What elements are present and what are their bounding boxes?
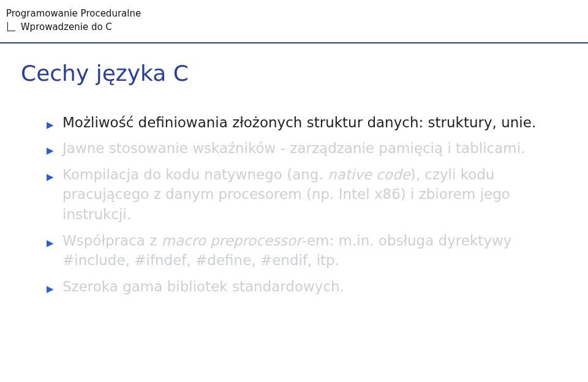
list-item-text: Jawne stosowanie wskaźników - zarządzani… [62, 140, 525, 156]
directive-keyword: #endif [260, 252, 307, 268]
list-item: ▶Jawne stosowanie wskaźników - zarządzan… [47, 138, 541, 159]
text-run: -em: m.in. obsługa dyrektywy [302, 233, 512, 249]
slide-title: Cechy języka C [0, 43, 588, 86]
list-item: ▶Szeroka gama bibliotek standardowych. [47, 277, 541, 297]
slide-header: Programowanie Proceduralne Wprowadzenie … [0, 0, 588, 34]
triangle-bullet-icon: ▶ [47, 119, 54, 132]
breadcrumb-level-1: Programowanie Proceduralne [6, 7, 582, 20]
breadcrumb-level-2: Wprowadzenie do C [21, 21, 112, 33]
directive-keyword: #define [195, 252, 251, 268]
triangle-bullet-icon: ▶ [47, 171, 54, 184]
list-item-text: Możliwość definiowania złożonych struktu… [62, 114, 536, 130]
italic-term: macro preprocessor [162, 233, 302, 249]
list-item: ▶Możliwość definiowania złożonych strukt… [47, 113, 541, 133]
text-run: Jawne stosowanie wskaźników - zarządzani… [62, 140, 525, 156]
triangle-bullet-icon: ▶ [47, 144, 54, 157]
text-run: Kompilacja do kodu natywnego (ang. [62, 167, 328, 182]
text-run: , [251, 252, 260, 268]
list-item-text: Szeroka gama bibliotek standardowych. [62, 279, 344, 294]
breadcrumb-row: Wprowadzenie do C [6, 21, 582, 33]
text-run: Szeroka gama bibliotek standardowych. [62, 279, 344, 294]
triangle-bullet-icon: ▶ [47, 283, 54, 296]
corner-glyph-icon [7, 22, 15, 31]
italic-term: native code [328, 167, 410, 182]
slide-body: ▶Możliwość definiowania złożonych strukt… [0, 86, 588, 297]
slide: Programowanie Proceduralne Wprowadzenie … [0, 0, 588, 382]
text-run: , itp. [307, 252, 339, 268]
text-run: Możliwość definiowania złożonych struktu… [62, 114, 536, 130]
list-item-text: Kompilacja do kodu natywnego (ang. nativ… [62, 167, 510, 222]
directive-keyword: #include [62, 252, 126, 268]
list-item: ▶Współpraca z macro preprocessor-em: m.i… [47, 231, 541, 271]
list-item-text: Współpraca z macro preprocessor-em: m.in… [62, 233, 511, 269]
list-item: ▶Kompilacja do kodu natywnego (ang. nati… [47, 165, 541, 225]
text-run: , [186, 252, 195, 268]
triangle-bullet-icon: ▶ [47, 237, 54, 250]
directive-keyword: #ifndef [134, 252, 186, 268]
text-run: , [126, 252, 135, 268]
text-run: Współpraca z [62, 233, 162, 249]
